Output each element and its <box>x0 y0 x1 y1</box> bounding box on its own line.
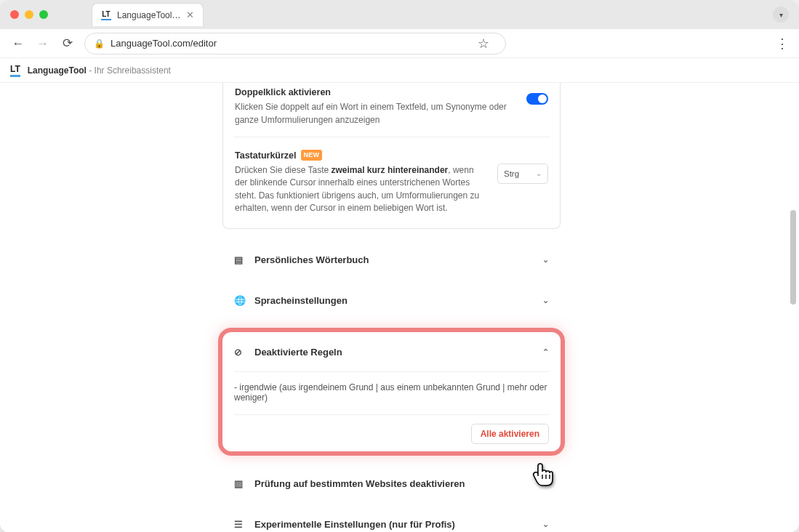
close-window-button[interactable] <box>10 10 19 19</box>
app-tagline: - Ihr Schreibassistent <box>87 65 171 76</box>
globe-icon: 🌐 <box>234 295 246 306</box>
minimize-window-button[interactable] <box>25 10 33 19</box>
lock-icon: 🔒 <box>94 39 105 49</box>
accordion-label: Persönliches Wörterbuch <box>254 254 369 265</box>
favicon-icon: LT <box>101 10 111 20</box>
tab-title: LanguageTool… <box>117 10 180 20</box>
synonyms-card: Doppelklick aktivieren Klicken Sie doppe… <box>222 83 561 229</box>
select-value: Strg <box>504 169 519 178</box>
chevron-down-icon: ⌄ <box>542 296 549 305</box>
app-name: LanguageTool <box>28 65 87 76</box>
accordion-label: Experimentelle Einstellungen (nur für Pr… <box>254 519 455 530</box>
activate-all-button[interactable]: Alle aktivieren <box>471 424 549 444</box>
accordion-label: Spracheinstellungen <box>254 295 348 306</box>
window-block-icon: ▥ <box>234 478 246 489</box>
accordion-language-settings[interactable]: 🌐 Spracheinstellungen ⌄ <box>222 284 561 318</box>
doubleclick-desc: Klicken Sie doppelt auf ein Wort in eine… <box>235 101 516 126</box>
doubleclick-title: Doppelklick aktivieren <box>235 86 516 99</box>
accordion-label: Prüfung auf bestimmten Websites deaktivi… <box>254 478 465 489</box>
chevron-down-icon: ⌄ <box>542 479 549 488</box>
chevron-down-icon: ⌄ <box>536 169 542 177</box>
address-bar: ← → ⟳ 🔒 LanguageTool.com/editor ☆ ⋮ <box>0 29 799 58</box>
page-content: Doppelklick aktivieren Klicken Sie doppe… <box>0 83 799 532</box>
accordion-label: Deaktivierte Regeln <box>254 347 342 358</box>
shortcut-desc: Drücken Sie diese Taste zweimal kurz hin… <box>235 164 487 215</box>
app-header: LT LanguageTool - Ihr Schreibassistent <box>0 58 799 83</box>
divider <box>233 137 550 137</box>
new-badge: NEW <box>301 150 323 161</box>
accordion-personal-dictionary[interactable]: ▤ Persönliches Wörterbuch ⌄ <box>222 243 561 277</box>
forward-button: → <box>35 36 51 51</box>
book-icon: ▤ <box>234 254 246 265</box>
deactivated-rule-item: - irgendwie (aus irgendeinem Grund | aus… <box>234 379 549 415</box>
window-controls <box>10 10 48 19</box>
bookmark-star-icon[interactable]: ☆ <box>478 36 489 52</box>
deactivated-rules-body: - irgendwie (aus irgendeinem Grund | aus… <box>234 371 549 444</box>
titlebar: LT LanguageTool… ✕ ▾ <box>0 0 799 29</box>
chevron-down-icon: ⌄ <box>542 520 549 529</box>
maximize-window-button[interactable] <box>39 10 48 19</box>
back-button[interactable]: ← <box>10 36 26 51</box>
accordion-experimental[interactable]: ☰ Experimentelle Einstellungen (nur für … <box>222 508 561 532</box>
chevron-down-icon: ⌄ <box>542 255 549 265</box>
highlight-callout: ⊘ Deaktivierte Regeln ⌃ - irgendwie (aus… <box>218 328 565 456</box>
tab-close-icon[interactable]: ✕ <box>186 9 194 20</box>
shortcut-title: Tastaturkürzel <box>235 149 297 162</box>
browser-tab[interactable]: LT LanguageTool… ✕ <box>92 3 204 26</box>
profile-menu-icon[interactable]: ▾ <box>773 7 789 23</box>
accordion-deactivated-rules[interactable]: ⊘ Deaktivierte Regeln ⌃ <box>222 338 561 367</box>
url-text: LanguageTool.com/editor <box>111 38 217 49</box>
browser-window: LT LanguageTool… ✕ ▾ ← → ⟳ 🔒 LanguageToo… <box>0 0 799 532</box>
browser-menu-icon[interactable]: ⋮ <box>776 36 789 52</box>
app-logo-icon: LT <box>10 64 20 77</box>
doubleclick-toggle[interactable] <box>526 93 548 105</box>
scrollbar-thumb[interactable] <box>790 210 796 305</box>
block-icon: ⊘ <box>234 347 246 358</box>
shortcut-key-select[interactable]: Strg ⌄ <box>497 164 548 184</box>
sliders-icon: ☰ <box>234 519 246 530</box>
accordion-disable-sites[interactable]: ▥ Prüfung auf bestimmten Websites deakti… <box>222 467 561 501</box>
chevron-up-icon: ⌃ <box>542 347 549 357</box>
url-field[interactable]: 🔒 LanguageTool.com/editor ☆ <box>84 33 506 55</box>
reload-button[interactable]: ⟳ <box>60 36 76 51</box>
